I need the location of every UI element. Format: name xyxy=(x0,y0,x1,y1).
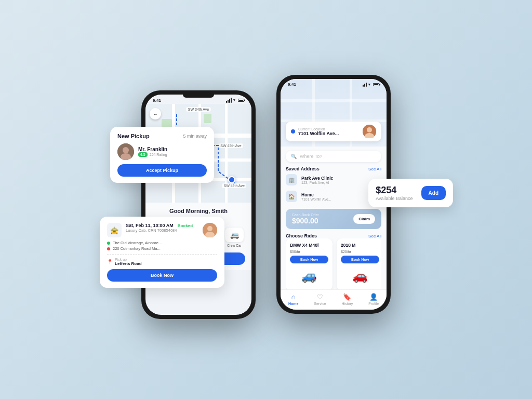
booking-stop-1: The Old Vicarage, Ainonre... xyxy=(107,241,217,245)
2018-car-image: 🚗 xyxy=(341,265,379,286)
clinic-icon: 🏢 xyxy=(286,174,297,185)
nav-home[interactable]: ⌂ Home xyxy=(288,293,298,305)
claim-button[interactable]: Claim xyxy=(353,214,375,224)
rides-see-all[interactable]: See All xyxy=(368,234,381,238)
pickup-row: 📍 Pick up Lefferts Road xyxy=(107,258,217,266)
svg-point-1 xyxy=(123,147,129,153)
nav-service[interactable]: ♡ Service xyxy=(314,293,326,305)
ride-card-2018: 2018 M $20/hr Book Now 🚗 xyxy=(337,238,381,289)
location-label: Current Location xyxy=(298,127,339,131)
cashback-left: Cash-Back Offer $900.00 xyxy=(292,213,319,225)
phone1-status-icons: ▾ xyxy=(226,98,244,103)
home-nav-icon: ⌂ xyxy=(291,293,296,301)
stop-dot-red xyxy=(107,247,110,250)
booking-car-icon: 🚖 xyxy=(107,223,122,237)
clinic-name: Park Ave Clinic xyxy=(301,176,333,181)
phone2-status-icons: ▾ xyxy=(363,83,379,87)
stop-1-text: The Old Vicarage, Ainonre... xyxy=(113,241,162,245)
history-nav-icon: 🔖 xyxy=(343,293,351,301)
phone1-notch xyxy=(183,95,214,98)
saved-address-see-all[interactable]: See All xyxy=(368,167,381,171)
choose-rides-title: Choose Rides xyxy=(286,233,317,238)
battery-fill xyxy=(239,100,243,101)
new-pickup-title: New Pickup xyxy=(117,133,150,139)
nav-history[interactable]: 🔖 History xyxy=(342,293,353,305)
booking-stops: The Old Vicarage, Ainonre... 220 Cotmanh… xyxy=(107,241,217,251)
booking-status: Booked xyxy=(178,223,193,228)
svg-point-4 xyxy=(207,226,212,231)
saved-address-header: Saved Address See All xyxy=(286,166,381,171)
nav-profile[interactable]: 👤 Profile xyxy=(368,293,379,305)
driver-info: Mr. Franklin 4.5 254 Rating xyxy=(117,143,207,160)
p2-sig-1 xyxy=(363,85,364,87)
accept-pickup-button[interactable]: Accept Pickup xyxy=(117,164,207,177)
driver-avatar xyxy=(117,143,134,160)
saved-addresses-section: Saved Address See All 🏢 Park Ave Clinic … xyxy=(286,166,381,205)
stop-2-text: 220 Cotmanhay Road Ma... xyxy=(113,246,161,251)
p2-battery-icon xyxy=(373,83,379,86)
bmw-book-button[interactable]: Book Now xyxy=(290,256,328,263)
phones-container: 9:41 ▾ xyxy=(141,80,391,319)
address-item-home[interactable]: 🏠 Home 7101 Wolflin Ave... xyxy=(286,188,381,205)
balance-label: Available Balance xyxy=(376,196,413,201)
location-text: Current Location 7101 Wolflin Ave... xyxy=(298,127,339,136)
wifi-icon: ▾ xyxy=(233,98,235,102)
passenger-avatar-svg xyxy=(203,223,217,237)
pickup-location: Lefferts Road xyxy=(115,261,142,266)
search-bar[interactable]: 🔍 Where To? xyxy=(286,151,381,162)
signal-bar-4 xyxy=(231,98,232,103)
svg-point-7 xyxy=(367,127,372,132)
signal-bar-2 xyxy=(228,100,229,103)
home-detail: 7101 Wolflin Ave... xyxy=(301,197,331,201)
ride-card-2018-name: 2018 M xyxy=(341,243,379,248)
location-address: 7101 Wolflin Ave... xyxy=(298,131,339,136)
booking-book-now-button[interactable]: Book Now xyxy=(107,269,217,282)
saved-address-title: Saved Address xyxy=(286,166,320,171)
balance-card: $254 Available Balance Add xyxy=(368,179,453,207)
map-label-sw49: SW 49th Ave xyxy=(222,183,246,188)
2018-book-button[interactable]: Book Now xyxy=(341,256,379,263)
clinic-info: Park Ave Clinic 123, Park Ave, Al xyxy=(301,176,333,184)
driver-name: Mr. Franklin xyxy=(138,147,167,152)
signal-bar-1 xyxy=(226,101,227,103)
history-nav-label: History xyxy=(342,302,353,305)
ride-card-bmw-price: $50/hr xyxy=(290,250,328,254)
ride-card-2018-price: $20/hr xyxy=(341,250,379,254)
location-left: Current Location 7101 Wolflin Ave... xyxy=(291,127,339,136)
search-placeholder-text: Where To? xyxy=(300,154,322,159)
phone2-content: 🔍 Where To? Saved Address See All 🏢 Park… xyxy=(281,147,387,289)
location-dot xyxy=(291,129,295,134)
map-back-button[interactable]: ← xyxy=(150,108,161,119)
p2-road-h1 xyxy=(281,99,387,102)
home-nav-label: Home xyxy=(288,302,298,305)
address-item-clinic[interactable]: 🏢 Park Ave Clinic 123, Park Ave, Al xyxy=(286,171,381,188)
booking-cab-info: Luxury Cab, CRN 700854684 xyxy=(126,228,193,233)
balance-amount: $254 xyxy=(376,185,413,196)
ride-option-crew[interactable]: 🚐 Crew Car xyxy=(223,228,245,247)
search-icon: 🔍 xyxy=(291,154,297,159)
driver-details: Mr. Franklin 4.5 254 Rating xyxy=(138,147,167,157)
home-info: Home 7101 Wolflin Ave... xyxy=(301,192,331,201)
add-balance-button[interactable]: Add xyxy=(421,186,446,200)
booking-info: Sat, Feb 11, 10:00 AM Booked Luxury Cab,… xyxy=(126,223,193,233)
p2-battery-fill xyxy=(374,84,378,85)
passenger-avatar xyxy=(203,223,217,237)
user-avatar-svg xyxy=(363,125,376,138)
ride-name-crew: Crew Car xyxy=(227,244,241,247)
choose-rides-header: Choose Rides See All xyxy=(286,233,381,238)
home-name: Home xyxy=(301,192,331,197)
map-street-label: SW 34th Ave xyxy=(186,107,211,112)
phone1-time: 9:41 xyxy=(153,98,161,103)
rides-scroll: BMW X4 M40i $50/hr Book Now 🚙 2018 M $20… xyxy=(286,238,381,289)
phone2: 9:41 ▾ xyxy=(276,75,391,314)
new-pickup-eta: 5 min away xyxy=(183,134,207,139)
profile-nav-icon: 👤 xyxy=(369,293,378,301)
rating-badge: 4.5 xyxy=(138,152,148,157)
p2-sig-3 xyxy=(366,83,367,87)
clinic-detail: 123, Park Ave, Al xyxy=(301,181,333,184)
home-icon: 🏠 xyxy=(286,191,297,202)
phone2-map: 9:41 ▾ xyxy=(281,79,387,147)
stop-dot-green xyxy=(107,242,110,245)
ride-icon-crew: 🚐 xyxy=(225,228,244,242)
battery-icon xyxy=(238,99,244,102)
